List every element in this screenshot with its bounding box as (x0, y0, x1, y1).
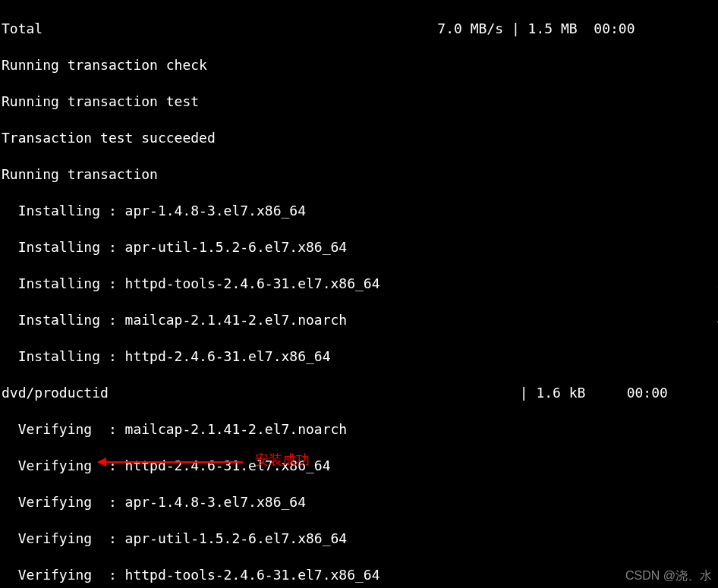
productid-label: dvd/productid (2, 385, 109, 401)
total-label: Total (2, 20, 43, 36)
verify-pkg: mailcap-2.1.41-2.el7.noarch (125, 421, 348, 437)
total-speed: 7.0 MB/s (437, 20, 503, 36)
install-pkg: httpd-2.4.6-31.el7.x86_64 (125, 348, 331, 364)
msg-test: Running transaction test (2, 93, 718, 111)
productid-time: 00:00 (627, 385, 668, 401)
msg-running: Running transaction (2, 165, 718, 184)
install-pkg: httpd-tools-2.4.6-31.el7.x86_64 (125, 275, 380, 291)
install-pkg: mailcap-2.1.41-2.el7.noarch (125, 312, 348, 328)
total-size: 1.5 MB (528, 20, 578, 36)
total-time: 00:00 (594, 20, 635, 36)
terminal-output: Total 7.0 MB/s | 1.5 MB 00:00 Running tr… (0, 0, 718, 588)
verify-pkg: httpd-2.4.6-31.el7.x86_64 (125, 458, 331, 473)
verify-pkg: apr-1.4.8-3.el7.x86_64 (125, 494, 306, 510)
install-pkg: apr-util-1.5.2-6.el7.x86_64 (125, 239, 348, 255)
msg-check: Running transaction check (2, 56, 718, 74)
verify-pkg: httpd-tools-2.4.6-31.el7.x86_64 (125, 567, 380, 583)
productid-size: 1.6 kB (536, 385, 585, 401)
msg-succeeded: Transaction test succeeded (2, 129, 718, 147)
install-pkg: apr-1.4.8-3.el7.x86_64 (125, 203, 306, 219)
verify-pkg: apr-util-1.5.2-6.el7.x86_64 (125, 530, 348, 546)
